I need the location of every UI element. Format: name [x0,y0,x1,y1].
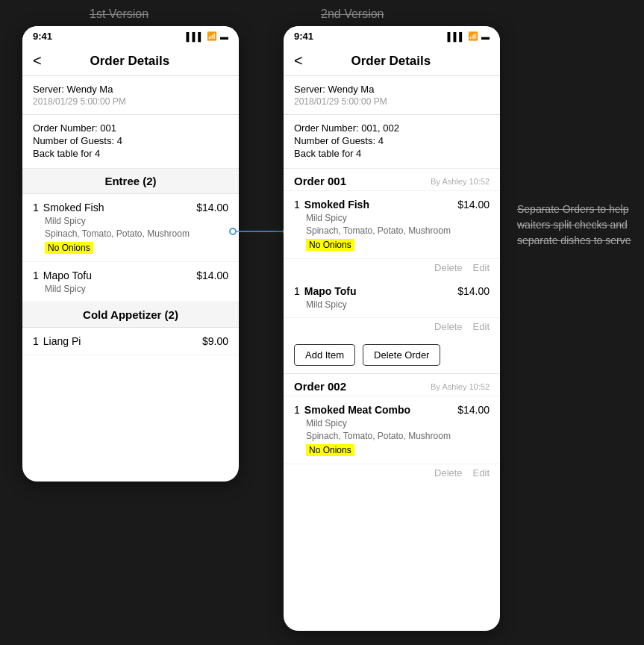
page-title-2: Order Details [310,54,472,69]
delete-button-1[interactable]: Delete [434,262,463,273]
edit-button-2[interactable]: Edit [473,321,490,332]
time-2: 9:41 [294,31,313,42]
list-item: 1 Mapo Tofu $14.00 Mild Spicy [22,262,239,302]
version2-label: 2nd Version [321,7,384,21]
order-001-meta: By Ashley 10:52 [431,177,490,186]
item-detail: Spinach, Tomato, Potato, Mushroom [294,225,490,236]
table-2: Back table for 4 [294,148,490,159]
item-detail: Mild Spicy [33,284,228,294]
item-qty: 1 [294,199,300,211]
page-title-1: Order Details [49,54,210,69]
battery-icon-2: ▬ [481,32,490,41]
server-name-1: Server: Wendy Ma [33,84,228,95]
item-price: $14.00 [457,404,490,416]
status-icons-2: ▌▌▌ 📶 ▬ [448,31,490,41]
connector-line [230,220,290,243]
no-onions-badge: No Onions [45,242,93,254]
order-002-title: Order 002 [294,380,346,393]
delete-order-button[interactable]: Delete Order [363,344,440,366]
server-name-2: Server: Wendy Ma [294,84,490,95]
list-item: 1 Smoked Meat Combo $14.00 Mild Spicy Sp… [284,396,500,464]
order-number-1: Order Number: 001 [33,122,228,134]
item-price: $14.00 [196,269,228,281]
battery-icon: ▬ [220,32,228,41]
wifi-icon: 📶 [207,31,217,41]
guests-2: Number of Guests: 4 [294,135,490,146]
item-actions-2: Delete Edit [284,318,500,337]
section-entree-1: Entree (2) [22,169,239,194]
version1-label: 1st Version [90,7,149,21]
status-bar-2: 9:41 ▌▌▌ 📶 ▬ [284,26,500,46]
server-date-2: 2018/01/29 5:00:00 PM [294,96,490,107]
time-1: 9:41 [33,31,52,42]
phone-1-mockup: 9:41 ▌▌▌ 📶 ▬ < Order Details Server: Wen… [22,26,239,482]
order-number-2: Order Number: 001, 002 [294,122,490,134]
item-name: Mapo Tofu [304,285,357,297]
status-bar-1: 9:41 ▌▌▌ 📶 ▬ [22,26,239,46]
item-qty: 1 [294,285,300,297]
item-name: Smoked Fish [43,202,104,214]
item-detail: Mild Spicy [294,213,490,223]
add-item-button[interactable]: Add Item [294,344,355,366]
table-1: Back table for 4 [33,148,228,159]
signal-icon: ▌▌▌ [187,32,204,41]
annotation-text: Separate Orders to help waiters split ch… [517,202,637,249]
phone-2-mockup: 9:41 ▌▌▌ 📶 ▬ < Order Details Server: Wen… [284,26,500,631]
status-icons-1: ▌▌▌ 📶 ▬ [187,31,228,41]
list-item: 1 Smoked Fish $14.00 Mild Spicy Spinach,… [284,191,500,259]
item-qty: 1 [33,269,39,281]
item-price: $14.00 [457,285,490,297]
item-qty: 1 [33,335,39,347]
item-detail: Mild Spicy [294,299,490,310]
list-item: 1 Mapo Tofu $14.00 Mild Spicy [284,278,500,318]
item-price: $14.00 [457,199,490,211]
section-cold-appetizer-1: Cold Appetizer (2) [22,302,239,328]
edit-button-1[interactable]: Edit [473,262,490,273]
item-detail: Spinach, Tomato, Potato, Mushroom [294,431,490,441]
item-price: $14.00 [196,202,228,214]
wifi-icon-2: 📶 [468,31,478,41]
no-onions-badge-3: No Onions [306,444,354,456]
item-price: $9.00 [202,335,228,347]
server-info-2: Server: Wendy Ma 2018/01/29 5:00:00 PM [284,76,500,115]
order-002-header: Order 002 By Ashley 10:52 [284,374,500,396]
item-name: Smoked Fish [304,199,369,211]
delete-button-2[interactable]: Delete [434,321,463,332]
header-1: < Order Details [22,46,239,76]
guests-1: Number of Guests: 4 [33,135,228,146]
server-date-1: 2018/01/29 5:00:00 PM [33,96,228,107]
back-button-1[interactable]: < [33,52,42,69]
order-002-meta: By Ashley 10:52 [431,382,490,391]
list-item: 1 Liang Pi $9.00 [22,328,239,355]
item-detail: Mild Spicy [33,216,228,226]
header-2: < Order Details [284,46,500,76]
item-actions-1: Delete Edit [284,259,500,278]
svg-point-0 [230,228,236,234]
item-qty: 1 [33,202,39,214]
item-name: Liang Pi [43,335,81,347]
edit-button-3[interactable]: Edit [473,467,490,479]
server-info-1: Server: Wendy Ma 2018/01/29 5:00:00 PM [22,76,239,115]
signal-icon-2: ▌▌▌ [448,32,465,41]
order-001-title: Order 001 [294,175,346,187]
order-meta-1: Order Number: 001 Number of Guests: 4 Ba… [22,115,239,169]
order-meta-2: Order Number: 001, 002 Number of Guests:… [284,115,500,169]
item-actions-3: Delete Edit [284,464,500,483]
item-detail: Spinach, Tomato, Potato, Mushroom [33,228,228,239]
delete-button-3[interactable]: Delete [434,467,463,479]
order-001-header: Order 001 By Ashley 10:52 [284,169,500,191]
back-button-2[interactable]: < [294,52,303,69]
item-name: Mapo Tofu [43,269,92,281]
list-item: 1 Smoked Fish $14.00 Mild Spicy Spinach,… [22,194,239,262]
no-onions-badge-2: No Onions [306,239,354,251]
item-qty: 1 [294,404,300,416]
item-name: Smoked Meat Combo [304,404,410,416]
item-detail: Mild Spicy [294,418,490,429]
order-001-actions: Add Item Delete Order [284,337,500,374]
